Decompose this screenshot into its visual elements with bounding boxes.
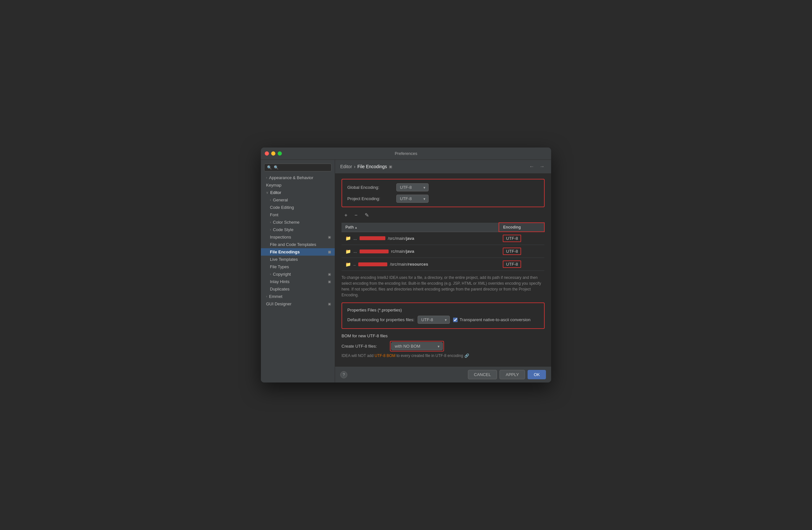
bom-highlight: UTF-8 BOM — [374, 353, 395, 358]
add-button[interactable]: + — [342, 211, 350, 219]
chevron-right-icon: › — [270, 273, 271, 276]
encoding-value-3: UTF-8 — [503, 261, 521, 268]
sidebar-item-inlay-hints[interactable]: Inlay Hints ▣ — [261, 278, 335, 285]
ok-button[interactable]: OK — [527, 370, 546, 379]
native-ascii-label: Transparent native-to-ascii conversion — [460, 317, 531, 322]
panel-header: Editor › File Encodings ▣ ← → — [335, 160, 551, 174]
maximize-button[interactable] — [278, 151, 282, 156]
path-redacted-2 — [360, 250, 389, 253]
folder-icon: 📁 — [345, 249, 351, 254]
sidebar-item-appearance[interactable]: › Appearance & Behavior — [261, 174, 335, 181]
sidebar-item-emmet[interactable]: › Emmet — [261, 293, 335, 300]
edit-button[interactable]: ✎ — [362, 211, 372, 219]
bom-link-icon[interactable]: 🔗 — [464, 353, 469, 358]
props-encoding-select[interactable]: UTF-8 — [418, 316, 450, 324]
bom-select[interactable]: with NO BOM with BOM — [391, 342, 443, 350]
path-suffix-1: /src/main/java — [388, 236, 415, 241]
sidebar-item-color-scheme[interactable]: › Color Scheme — [261, 219, 335, 226]
sidebar-item-file-code-templates[interactable]: File and Code Templates — [261, 241, 335, 248]
col-encoding-header[interactable]: Encoding — [499, 223, 544, 232]
properties-box: Properties Files (*.properties) Default … — [342, 303, 545, 329]
help-button[interactable]: ? — [340, 371, 347, 378]
sidebar-item-live-templates[interactable]: Live Templates — [261, 256, 335, 263]
properties-row: Default encoding for properties files: U… — [347, 316, 539, 324]
sidebar-item-copyright[interactable]: › Copyright ▣ — [261, 270, 335, 278]
bom-info-text: IDEA will NOT add UTF-8 BOM to every cre… — [342, 353, 545, 358]
sidebar-item-label: Keymap — [266, 183, 281, 187]
sidebar-item-duplicates[interactable]: Duplicates — [261, 285, 335, 293]
sidebar-item-gui-designer[interactable]: GUI Designer ▣ — [261, 300, 335, 308]
path-suffix-3: /src/main/resources — [390, 262, 428, 267]
sidebar-item-label: Emmet — [269, 294, 282, 299]
project-encoding-select[interactable]: UTF-8 — [396, 195, 429, 203]
footer: ? CANCEL APPLY OK — [335, 366, 551, 382]
sidebar-item-label: Duplicates — [270, 287, 290, 292]
path-suffix-2: rc/main/java — [391, 249, 415, 254]
search-input[interactable] — [274, 165, 329, 170]
badge-icon: ▣ — [328, 302, 331, 306]
native-ascii-checkbox-wrapper[interactable]: Transparent native-to-ascii conversion — [453, 317, 531, 322]
info-text: To change encoding IntelliJ IDEA uses fo… — [342, 275, 545, 298]
encoding-settings-box: Global Encoding: UTF-8 ▼ Project Encodin… — [342, 179, 545, 207]
sidebar-item-editor[interactable]: ∨ Editor — [261, 189, 335, 196]
props-encoding-dropdown-wrapper[interactable]: UTF-8 ▼ — [418, 316, 450, 324]
bom-dropdown-wrapper[interactable]: with NO BOM with BOM ▼ — [391, 342, 443, 350]
minimize-button[interactable] — [271, 151, 275, 156]
search-box[interactable]: 🔍 — [264, 164, 332, 171]
nav-back-button[interactable]: ← — [528, 163, 536, 170]
path-redacted-3 — [358, 262, 387, 266]
col-path-header[interactable]: Path — [342, 223, 499, 232]
global-encoding-select[interactable]: UTF-8 — [396, 183, 429, 191]
window-title: Preferences — [395, 151, 417, 156]
titlebar: Preferences — [261, 148, 551, 160]
path-redacted-1 — [360, 236, 386, 240]
chevron-right-icon: › — [270, 228, 271, 232]
chevron-right-icon: › — [270, 198, 271, 202]
sidebar-item-file-encodings[interactable]: File Encodings ▣ — [261, 248, 335, 256]
sidebar-item-code-style[interactable]: › Code Style — [261, 226, 335, 233]
path-prefix-3: .. — [353, 262, 356, 267]
main-panel: Editor › File Encodings ▣ ← → Global Enc… — [335, 160, 551, 382]
sidebar-item-inspections[interactable]: Inspections ▣ — [261, 233, 335, 241]
badge-icon: ▣ — [328, 280, 331, 283]
chevron-right-icon: › — [266, 295, 267, 298]
breadcrumb-separator: › — [354, 164, 356, 169]
sidebar-item-label: Live Templates — [270, 257, 298, 262]
breadcrumb-parent: Editor — [340, 164, 352, 169]
table-row: 📁 ... /src/main/java UTF-8 — [342, 232, 544, 245]
traffic-lights — [265, 151, 282, 156]
badge-icon: ▣ — [328, 250, 331, 254]
sidebar-item-label: Color Scheme — [273, 220, 299, 225]
nav-forward-button[interactable]: → — [538, 163, 546, 170]
global-encoding-dropdown-wrapper[interactable]: UTF-8 ▼ — [396, 183, 429, 191]
apply-button[interactable]: APPLY — [499, 370, 525, 379]
panel-nav: ← → — [528, 163, 546, 170]
remove-button[interactable]: − — [351, 211, 360, 219]
sidebar-item-file-types[interactable]: File Types — [261, 263, 335, 270]
sidebar-item-label: Inlay Hints — [270, 279, 290, 284]
sidebar-item-font[interactable]: Font — [261, 211, 335, 219]
sidebar-item-label: Inspections — [270, 235, 291, 239]
path-cell-2: 📁 ... rc/main/java — [342, 245, 499, 258]
global-encoding-label: Global Encoding: — [347, 185, 392, 190]
close-button[interactable] — [265, 151, 269, 156]
sidebar-item-label: General — [273, 197, 288, 203]
cancel-button[interactable]: CANCEL — [468, 370, 497, 379]
sidebar: 🔍 › Appearance & Behavior Keymap ∨ Edito… — [261, 160, 335, 382]
encoding-value-1: UTF-8 — [503, 235, 521, 242]
sidebar-item-label: File Encodings — [270, 250, 300, 254]
file-table: Path Encoding 📁 ... /src/main/ja — [342, 222, 545, 271]
path-cell-3: 📁 .. /src/main/resources — [342, 258, 499, 271]
bom-dropdown-box[interactable]: with NO BOM with BOM ▼ — [390, 341, 444, 351]
sidebar-item-general[interactable]: › General — [261, 196, 335, 204]
native-ascii-checkbox[interactable] — [453, 318, 458, 322]
properties-title: Properties Files (*.properties) — [347, 308, 539, 312]
sidebar-item-code-editing[interactable]: Code Editing — [261, 204, 335, 211]
path-prefix-1: ... — [353, 236, 357, 241]
sidebar-item-keymap[interactable]: Keymap — [261, 181, 335, 189]
toolbar-row: + − ✎ — [342, 211, 545, 219]
project-encoding-dropdown-wrapper[interactable]: UTF-8 ▼ — [396, 195, 429, 203]
breadcrumb: Editor › File Encodings ▣ — [340, 164, 392, 169]
global-encoding-row: Global Encoding: UTF-8 ▼ — [347, 183, 539, 191]
path-cell-1: 📁 ... /src/main/java — [342, 232, 499, 245]
